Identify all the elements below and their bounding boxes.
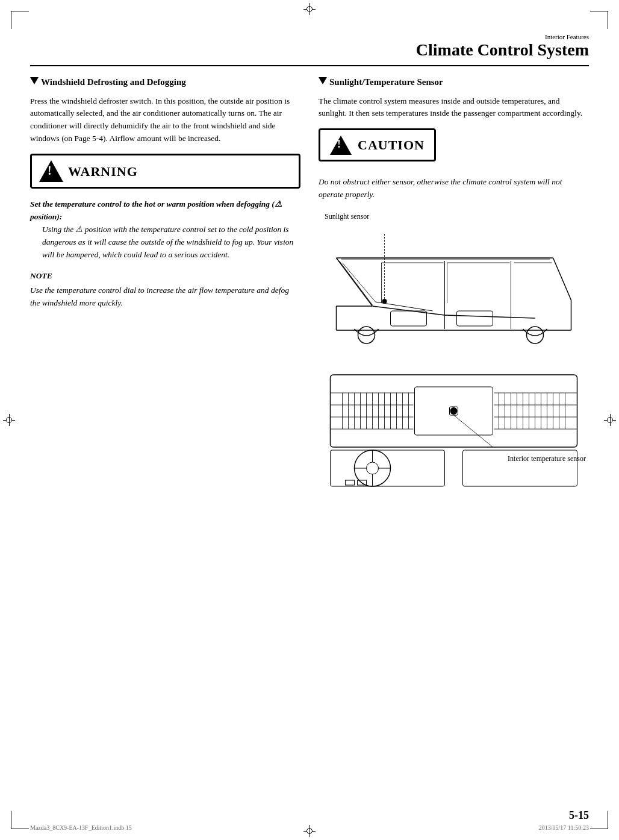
svg-line-4	[553, 258, 571, 300]
corner-mark-bl	[11, 811, 29, 829]
left-body-text: Press the windshield defroster switch. I…	[30, 95, 300, 146]
svg-point-59	[450, 407, 458, 415]
left-column: Windshield Defrosting and Defogging Pres…	[30, 75, 300, 804]
svg-point-65	[367, 462, 379, 474]
page-number: 5-15	[569, 809, 589, 822]
car-diagrams: Sunlight sensor	[319, 211, 589, 500]
svg-line-11	[340, 261, 373, 305]
sunlight-sensor-dot	[382, 299, 387, 304]
crosshair-left	[3, 414, 15, 426]
crosshair-top	[303, 3, 316, 15]
corner-mark-tr	[590, 11, 608, 29]
svg-rect-70	[346, 480, 355, 485]
caution-box: CAUTION	[319, 128, 436, 161]
warning-icon	[39, 160, 63, 182]
svg-line-3	[445, 315, 535, 318]
caution-label: CAUTION	[358, 135, 425, 155]
svg-line-1	[337, 258, 373, 306]
interior-sensor-label: Interior temperature sensor	[508, 453, 586, 464]
footer-file-info: Mazda3_8CX9-EA-13F_Edition1.indb 15	[30, 824, 132, 831]
svg-line-61	[454, 415, 493, 447]
warning-box: WARNING	[30, 154, 300, 189]
interior-sensor-diagram: Interior temperature sensor	[319, 363, 589, 499]
svg-point-22	[358, 327, 375, 343]
right-column: Sunlight/Temperature Sensor The climate …	[319, 75, 589, 804]
svg-line-9	[343, 263, 376, 302]
svg-point-23	[527, 327, 544, 343]
section-triangle-icon	[30, 77, 39, 84]
corner-mark-tl	[11, 11, 29, 29]
warning-triangle-icon	[39, 160, 63, 182]
warning-text-span: Set the temperature control to the hot o…	[30, 199, 282, 221]
note-text: Use the temperature control dial to incr…	[30, 284, 300, 310]
warning-main-text: Set the temperature control to the hot o…	[30, 198, 300, 224]
main-content: Windshield Defrosting and Defogging Pres…	[30, 75, 589, 804]
svg-rect-20	[391, 311, 427, 326]
right-heading-text: Sunlight/Temperature Sensor	[329, 75, 443, 89]
header-subtitle: Interior Features	[416, 33, 589, 40]
warning-indent-text: Using the ⚠ position with the temperatur…	[42, 224, 300, 262]
header-title: Climate Control System	[416, 40, 589, 60]
footer-date-info: 2013/05/17 11:50:23	[539, 824, 589, 831]
header-divider	[30, 65, 589, 66]
left-heading-text: Windshield Defrosting and Defogging	[41, 75, 186, 89]
page-header: Interior Features Climate Control System	[416, 33, 589, 60]
sunlight-sensor-diagram: Sunlight sensor	[319, 211, 589, 358]
svg-rect-21	[457, 311, 493, 326]
warning-label: WARNING	[68, 161, 138, 181]
right-body-text: The climate control system measures insi…	[319, 95, 589, 121]
caution-triangle-icon	[330, 136, 352, 155]
footer: Mazda3_8CX9-EA-13F_Edition1.indb 15 2013…	[30, 824, 589, 831]
right-section-triangle-icon	[319, 77, 327, 84]
left-section-heading: Windshield Defrosting and Defogging	[30, 75, 300, 89]
crosshair-right	[604, 414, 616, 426]
interior-diagram-svg	[319, 363, 589, 495]
caution-text: Do not obstruct either sensor, otherwise…	[319, 176, 589, 201]
sunlight-sensor-label: Sunlight sensor	[325, 211, 369, 222]
right-section-heading: Sunlight/Temperature Sensor	[319, 75, 589, 89]
warning-content: WARNING	[39, 160, 138, 182]
sunlight-diagram-svg	[319, 222, 589, 354]
note-heading: NOTE	[30, 270, 300, 282]
corner-mark-br	[590, 811, 608, 829]
